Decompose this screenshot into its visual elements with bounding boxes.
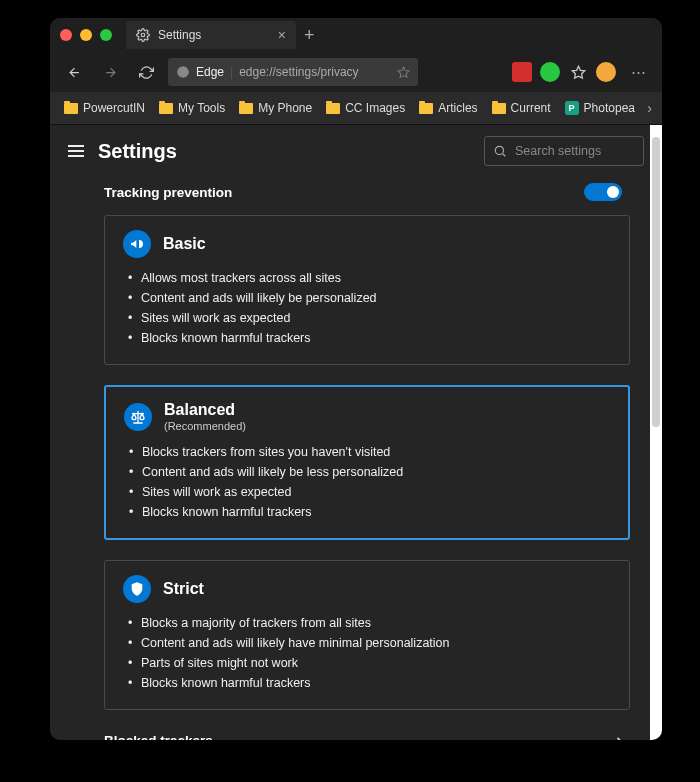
card-title: Strict [163, 580, 204, 598]
card-list: Blocks a majority of trackers from all s… [123, 613, 611, 693]
card-basic[interactable]: Basic Allows most trackers across all si… [104, 215, 630, 365]
tracking-prevention-toggle[interactable] [584, 183, 622, 201]
extension-green[interactable] [540, 62, 560, 82]
chevron-right-icon: › [616, 730, 622, 740]
maximize-window-button[interactable] [100, 29, 112, 41]
edge-logo-icon [176, 65, 190, 79]
tab-title: Settings [158, 28, 201, 42]
svg-point-4 [495, 146, 503, 154]
search-placeholder: Search settings [515, 144, 601, 158]
extension-avatar[interactable] [596, 62, 616, 82]
list-item: Content and ads will likely have minimal… [123, 633, 611, 653]
scrollbar-thumb[interactable] [652, 137, 660, 427]
search-input[interactable]: Search settings [484, 136, 644, 166]
cards-container: Basic Allows most trackers across all si… [80, 215, 662, 710]
search-icon [493, 144, 507, 158]
list-item: Blocks known harmful trackers [124, 502, 610, 522]
card-subtitle: (Recommended) [164, 420, 246, 432]
bookmark-folder[interactable]: My Tools [155, 98, 229, 118]
row-label: Blocked trackers [104, 733, 213, 740]
scrollbar-track[interactable] [650, 125, 662, 740]
minimize-window-button[interactable] [80, 29, 92, 41]
tab-settings[interactable]: Settings × [126, 21, 296, 49]
section-title: Tracking prevention [104, 185, 232, 200]
folder-icon [64, 103, 78, 114]
list-item: Blocks trackers from sites you haven't v… [124, 442, 610, 462]
card-header: Balanced (Recommended) [124, 401, 610, 432]
titlebar: Settings × + [50, 18, 662, 52]
svg-marker-3 [572, 66, 585, 78]
page-title: Settings [98, 140, 177, 163]
card-strict[interactable]: Strict Blocks a majority of trackers fro… [104, 560, 630, 710]
scale-icon [124, 403, 152, 431]
list-item: Blocks a majority of trackers from all s… [123, 613, 611, 633]
menu-icon[interactable] [68, 145, 84, 157]
extensions-row: ⋯ [512, 58, 652, 86]
folder-icon [326, 103, 340, 114]
more-menu-button[interactable]: ⋯ [624, 58, 652, 86]
list-item: Sites will work as expected [123, 308, 611, 328]
bookmark-folder[interactable]: Current [488, 98, 555, 118]
refresh-button[interactable] [132, 58, 160, 86]
list-item: Blocks known harmful trackers [123, 328, 611, 348]
forward-button[interactable] [96, 58, 124, 86]
page-content: Settings Search settings Tracking preven… [50, 125, 662, 740]
app-icon: P [565, 101, 579, 115]
list-item: Allows most trackers across all sites [123, 268, 611, 288]
bookmarks-overflow-button[interactable]: › [647, 100, 652, 116]
traffic-lights [60, 29, 112, 41]
favorite-star-icon[interactable] [568, 62, 588, 82]
url-path: edge://settings/privacy [239, 65, 358, 79]
bookmark-folder[interactable]: Articles [415, 98, 481, 118]
card-header: Strict [123, 575, 611, 603]
folder-icon [239, 103, 253, 114]
extension-red[interactable] [512, 62, 532, 82]
list-item: Content and ads will likely be personali… [123, 288, 611, 308]
toolbar: Edge | edge://settings/privacy ⋯ [50, 52, 662, 92]
bookmark-folder[interactable]: CC Images [322, 98, 409, 118]
content-area: Tracking prevention Basic Allows most tr… [50, 177, 662, 740]
favorite-icon[interactable] [397, 66, 410, 79]
url-brand: Edge [196, 65, 224, 79]
svg-point-0 [141, 33, 145, 37]
section-header: Tracking prevention [80, 177, 662, 215]
folder-icon [419, 103, 433, 114]
svg-marker-2 [398, 67, 409, 77]
card-title: Balanced [164, 401, 246, 419]
list-item: Parts of sites might not work [123, 653, 611, 673]
blocked-trackers-row[interactable]: Blocked trackers › [80, 710, 662, 740]
folder-icon [492, 103, 506, 114]
bookmark-folder[interactable]: My Phone [235, 98, 316, 118]
gear-icon [136, 28, 150, 42]
close-tab-icon[interactable]: × [278, 27, 286, 43]
list-item: Blocks known harmful trackers [123, 673, 611, 693]
list-item: Sites will work as expected [124, 482, 610, 502]
megaphone-icon [123, 230, 151, 258]
folder-icon [159, 103, 173, 114]
bookmark-app[interactable]: PPhotopea [561, 98, 639, 118]
list-item: Content and ads will likely be less pers… [124, 462, 610, 482]
card-header: Basic [123, 230, 611, 258]
bookmarks-bar: PowercutIN My Tools My Phone CC Images A… [50, 92, 662, 125]
close-window-button[interactable] [60, 29, 72, 41]
card-list: Allows most trackers across all sites Co… [123, 268, 611, 348]
card-balanced[interactable]: Balanced (Recommended) Blocks trackers f… [104, 385, 630, 540]
back-button[interactable] [60, 58, 88, 86]
bookmark-folder[interactable]: PowercutIN [60, 98, 149, 118]
new-tab-button[interactable]: + [304, 25, 315, 46]
card-list: Blocks trackers from sites you haven't v… [124, 442, 610, 522]
page-header: Settings Search settings [50, 125, 662, 177]
address-bar[interactable]: Edge | edge://settings/privacy [168, 58, 418, 86]
card-title: Basic [163, 235, 206, 253]
svg-point-1 [177, 66, 189, 78]
shield-icon [123, 575, 151, 603]
browser-window: Settings × + Edge | edge://settings/priv… [50, 18, 662, 740]
